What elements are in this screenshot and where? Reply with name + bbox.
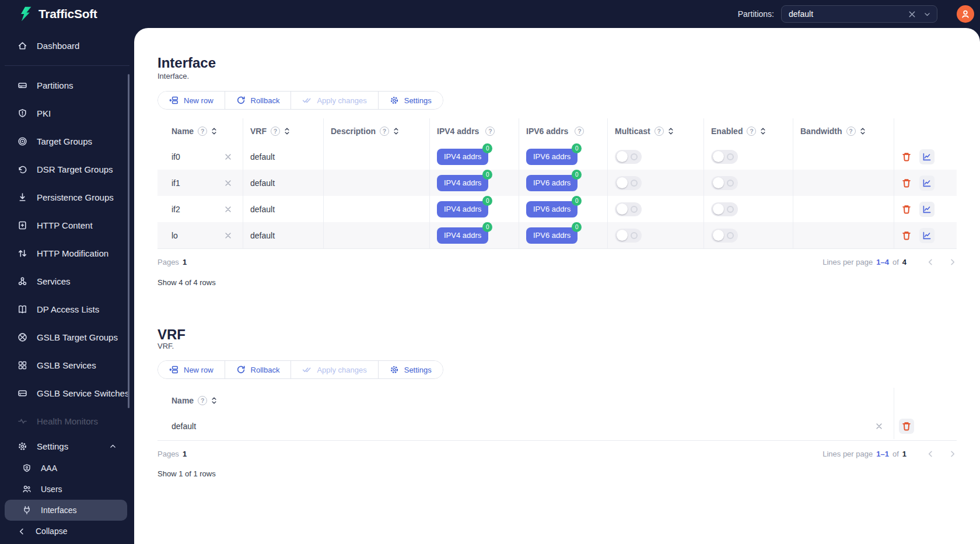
sidebar-item-users[interactable]: Users xyxy=(5,479,127,500)
sidebar-item-gslb-services[interactable]: GSLB Services xyxy=(5,351,127,379)
description-cell[interactable] xyxy=(324,143,430,170)
help-icon[interactable]: ? xyxy=(271,127,280,136)
vrf-cell[interactable]: default xyxy=(243,170,324,196)
name-cell[interactable]: if2 xyxy=(158,196,243,222)
new-row-button[interactable]: New row xyxy=(158,92,225,109)
new-row-button[interactable]: New row xyxy=(158,361,225,378)
settings-button[interactable]: Settings xyxy=(379,361,443,378)
description-cell[interactable] xyxy=(324,196,430,222)
column-header-description[interactable]: Description ? xyxy=(324,118,430,143)
sidebar-item-interfaces[interactable]: Interfaces xyxy=(5,500,127,521)
clear-name-icon[interactable] xyxy=(224,179,232,187)
help-icon[interactable]: ? xyxy=(654,127,664,136)
help-icon[interactable]: ? xyxy=(198,396,207,405)
sidebar-item-health-monitors[interactable]: Health Monitors xyxy=(5,407,127,434)
sort-icon[interactable] xyxy=(668,127,674,135)
help-icon[interactable]: ? xyxy=(485,127,495,136)
help-icon[interactable]: ? xyxy=(575,127,584,136)
ipv6-addrs-button[interactable]: IPV6 addrs 0 xyxy=(526,149,578,165)
sidebar-item-http-modification[interactable]: HTTP Modification xyxy=(5,239,127,267)
ipv4-addrs-button[interactable]: IPV4 addrs 0 xyxy=(437,201,488,217)
delete-row-button[interactable] xyxy=(899,419,914,434)
vrf-cell[interactable]: default xyxy=(243,222,324,248)
vrf-cell[interactable]: default xyxy=(243,196,324,222)
delete-row-button[interactable] xyxy=(899,202,914,217)
delete-row-button[interactable] xyxy=(899,228,914,243)
ipv4-addrs-button[interactable]: IPV4 addrs 0 xyxy=(437,227,488,244)
user-avatar[interactable] xyxy=(957,5,974,23)
help-icon[interactable]: ? xyxy=(846,127,856,136)
name-cell[interactable]: if0 xyxy=(158,143,243,170)
clear-partition-icon[interactable] xyxy=(908,10,916,19)
chart-button[interactable] xyxy=(919,202,935,217)
next-page-button[interactable] xyxy=(948,258,957,266)
sort-icon[interactable] xyxy=(393,127,399,135)
column-header-ipv4-addrs[interactable]: IPV4 addrs ? xyxy=(430,118,519,143)
help-icon[interactable]: ? xyxy=(380,127,389,136)
sort-icon[interactable] xyxy=(860,127,866,135)
sort-icon[interactable] xyxy=(284,127,290,135)
multicast-toggle[interactable] xyxy=(615,229,642,243)
enabled-toggle[interactable] xyxy=(711,150,738,164)
rollback-button[interactable]: Rollback xyxy=(225,361,292,378)
apply-changes-button[interactable]: Apply changes xyxy=(291,361,378,378)
sidebar-item-services[interactable]: Services xyxy=(5,267,127,295)
sidebar-item-gslb-target-groups[interactable]: GSLB Target Groups xyxy=(5,323,127,351)
enabled-toggle[interactable] xyxy=(711,176,738,190)
sidebar-item-gslb-service-switches[interactable]: GSLB Service Switches xyxy=(5,379,127,407)
help-icon[interactable]: ? xyxy=(198,127,207,136)
name-cell[interactable]: if1 xyxy=(158,170,243,196)
chart-button[interactable] xyxy=(919,176,935,191)
sidebar-item-dashboard[interactable]: Dashboard xyxy=(5,31,127,59)
prev-page-button[interactable] xyxy=(926,258,935,266)
sidebar-item-target-groups[interactable]: Target Groups xyxy=(5,127,127,155)
clear-name-icon[interactable] xyxy=(224,231,232,240)
sidebar-item-settings[interactable]: Settings xyxy=(5,434,127,458)
multicast-toggle[interactable] xyxy=(615,150,642,164)
multicast-toggle[interactable] xyxy=(615,202,642,216)
sidebar-item-persistence-groups[interactable]: Persistence Groups xyxy=(5,183,127,211)
chevron-down-icon[interactable] xyxy=(923,10,931,18)
delete-row-button[interactable] xyxy=(899,176,914,191)
vrf-cell[interactable]: default xyxy=(243,143,324,170)
apply-changes-button[interactable]: Apply changes xyxy=(291,92,378,109)
enabled-toggle[interactable] xyxy=(711,229,738,243)
sort-icon[interactable] xyxy=(211,396,217,405)
ipv4-addrs-button[interactable]: IPV4 addrs 0 xyxy=(437,175,488,191)
bandwidth-cell[interactable] xyxy=(793,170,894,196)
clear-name-icon[interactable] xyxy=(224,205,232,213)
ipv6-addrs-button[interactable]: IPV6 addrs 0 xyxy=(526,201,578,217)
ipv4-addrs-button[interactable]: IPV4 addrs 0 xyxy=(437,149,488,165)
column-header-vrf[interactable]: VRF ? xyxy=(243,118,324,143)
column-header-enabled[interactable]: Enabled ? xyxy=(704,118,793,143)
sidebar-item-aaa[interactable]: AAA xyxy=(5,458,127,479)
sidebar-item-pki[interactable]: PKI xyxy=(5,99,127,127)
sidebar-item-partitions[interactable]: Partitions xyxy=(5,71,127,99)
rollback-button[interactable]: Rollback xyxy=(225,92,292,109)
column-header-name[interactable]: Name ? xyxy=(158,118,243,143)
column-header-multicast[interactable]: Multicast ? xyxy=(608,118,704,143)
chevron-up-icon[interactable] xyxy=(109,443,117,450)
sidebar-collapse-button[interactable]: Collapse xyxy=(5,521,127,542)
column-header-bandwidth[interactable]: Bandwidth ? xyxy=(793,118,894,143)
sidebar-item-dsr-target-groups[interactable]: DSR Target Groups xyxy=(5,155,127,183)
description-cell[interactable] xyxy=(324,222,430,248)
next-page-button[interactable] xyxy=(948,450,957,458)
sidebar-item-dp-access-lists[interactable]: DP Access Lists xyxy=(5,295,127,323)
bandwidth-cell[interactable] xyxy=(793,143,894,170)
enabled-toggle[interactable] xyxy=(711,202,738,216)
sort-icon[interactable] xyxy=(211,127,217,135)
name-cell[interactable]: default xyxy=(158,413,894,439)
settings-button[interactable]: Settings xyxy=(379,92,443,109)
chart-button[interactable] xyxy=(919,149,935,164)
ipv6-addrs-button[interactable]: IPV6 addrs 0 xyxy=(526,175,578,191)
chart-button[interactable] xyxy=(919,228,935,243)
column-header-ipv6-addrs[interactable]: IPV6 addrs ? xyxy=(519,118,608,143)
name-cell[interactable]: lo xyxy=(158,222,243,248)
delete-row-button[interactable] xyxy=(899,149,914,164)
description-cell[interactable] xyxy=(324,170,430,196)
partition-select[interactable]: default xyxy=(781,5,937,23)
multicast-toggle[interactable] xyxy=(615,176,642,190)
sort-icon[interactable] xyxy=(760,127,766,135)
column-header-name[interactable]: Name ? xyxy=(158,388,894,413)
